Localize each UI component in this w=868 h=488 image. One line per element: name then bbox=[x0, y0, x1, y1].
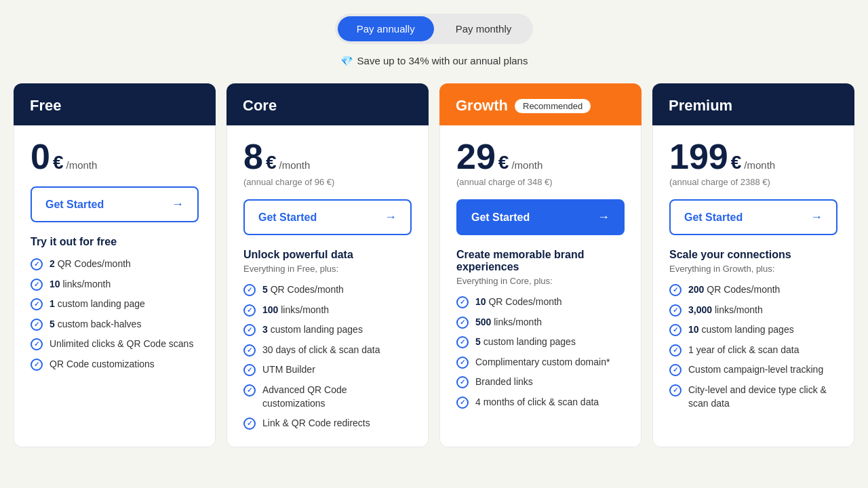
get-started-btn-premium[interactable]: Get Started→ bbox=[669, 199, 837, 235]
list-item: 10 custom landing pages bbox=[669, 323, 837, 337]
feature-text: 4 months of click & scan data bbox=[475, 396, 599, 409]
recommended-badge: Recommended bbox=[515, 99, 591, 113]
get-started-label-core: Get Started bbox=[258, 211, 317, 224]
feature-text: 10 QR Codes/month bbox=[475, 296, 562, 309]
price-period-free: /month bbox=[66, 159, 98, 171]
list-item: Custom campaign-level tracking bbox=[669, 363, 837, 377]
list-item: 200 QR Codes/month bbox=[669, 283, 837, 297]
feature-text: 200 QR Codes/month bbox=[688, 283, 780, 297]
check-icon bbox=[31, 279, 43, 291]
feature-text: Custom campaign-level tracking bbox=[688, 363, 823, 377]
feature-text: Complimentary custom domain* bbox=[475, 356, 610, 369]
plan-header-premium: Premium bbox=[652, 83, 854, 125]
price-period-premium: /month bbox=[744, 159, 775, 171]
check-icon bbox=[31, 298, 43, 310]
plan-name-free: Free bbox=[30, 97, 61, 115]
list-item: 3 custom landing pages bbox=[243, 323, 412, 337]
feature-text: 5 QR Codes/month bbox=[262, 283, 344, 297]
check-icon bbox=[669, 304, 682, 317]
plan-header-free: Free bbox=[14, 83, 216, 125]
price-row-free: 0€/month bbox=[31, 139, 199, 174]
list-item: 5 custom back-halves bbox=[31, 318, 199, 331]
check-icon bbox=[669, 324, 682, 336]
list-item: 3,000 links/month bbox=[669, 304, 837, 317]
feature-text: 2 QR Codes/month bbox=[50, 258, 131, 271]
list-item: UTM Builder bbox=[243, 363, 412, 377]
list-item: 2 QR Codes/month bbox=[31, 258, 199, 271]
plan-tagline-premium: Scale your connections bbox=[669, 249, 837, 261]
feature-text: 10 links/month bbox=[50, 278, 111, 291]
feature-list-premium: 200 QR Codes/month3,000 links/month10 cu… bbox=[669, 283, 837, 410]
get-started-label-growth: Get Started bbox=[471, 211, 530, 224]
feature-text: 100 links/month bbox=[262, 304, 329, 317]
feature-text: 3 custom landing pages bbox=[262, 323, 363, 337]
plan-name-premium: Premium bbox=[669, 97, 732, 115]
get-started-label-premium: Get Started bbox=[684, 211, 743, 224]
feature-text: City-level and device type click & scan … bbox=[688, 384, 837, 410]
list-item: Link & QR Code redirects bbox=[243, 417, 412, 430]
plan-card-core: Core8€/month(annual charge of 96 €)Get S… bbox=[226, 83, 429, 447]
plan-title-row-free: Free bbox=[30, 97, 199, 115]
plan-header-growth: GrowthRecommended bbox=[439, 83, 642, 125]
feature-text: 1 year of click & scan data bbox=[688, 344, 799, 357]
savings-banner: 💎Save up to 34% with our annual plans bbox=[14, 55, 854, 67]
feature-text: Branded links bbox=[475, 375, 533, 389]
check-icon bbox=[456, 317, 469, 329]
check-icon bbox=[456, 357, 469, 369]
plan-body-growth: 29€/month(annual charge of 348 €)Get Sta… bbox=[439, 125, 642, 447]
plans-grid: Free0€/monthGet Started→Try it out for f… bbox=[14, 83, 854, 447]
price-currency-free: € bbox=[53, 152, 64, 174]
plan-tagline-core: Unlock powerful data bbox=[243, 249, 412, 261]
plan-name-core: Core bbox=[243, 97, 277, 115]
feature-list-core: 5 QR Codes/month100 links/month3 custom … bbox=[243, 283, 412, 430]
check-icon bbox=[456, 296, 469, 308]
diamond-icon: 💎 bbox=[340, 55, 353, 66]
price-period-growth: /month bbox=[511, 159, 542, 171]
get-started-label-free: Get Started bbox=[45, 199, 104, 211]
check-icon bbox=[669, 284, 682, 296]
plan-name-growth: Growth bbox=[456, 97, 508, 115]
check-icon bbox=[243, 364, 256, 376]
pay-annually-btn[interactable]: Pay annually bbox=[338, 16, 434, 41]
feature-text: 10 custom landing pages bbox=[688, 323, 794, 337]
price-currency-core: € bbox=[266, 152, 277, 174]
feature-text: Unlimited clicks & QR Code scans bbox=[50, 338, 193, 351]
check-icon bbox=[243, 304, 256, 317]
plan-body-free: 0€/monthGet Started→Try it out for free2… bbox=[14, 125, 216, 447]
plan-body-premium: 199€/month(annual charge of 2388 €)Get S… bbox=[652, 125, 854, 447]
check-icon bbox=[669, 384, 682, 396]
check-icon bbox=[456, 336, 469, 348]
price-amount-growth: 29 bbox=[456, 139, 496, 174]
check-icon bbox=[243, 344, 256, 357]
check-icon bbox=[669, 364, 682, 376]
arrow-icon-premium: → bbox=[810, 210, 823, 224]
feature-text: 5 custom back-halves bbox=[50, 318, 141, 331]
check-icon bbox=[243, 324, 256, 336]
list-item: 30 days of click & scan data bbox=[243, 344, 412, 357]
get-started-btn-growth[interactable]: Get Started→ bbox=[456, 199, 625, 235]
feature-text: QR Code customizations bbox=[50, 358, 155, 371]
get-started-btn-core[interactable]: Get Started→ bbox=[243, 199, 412, 235]
feature-text: 3,000 links/month bbox=[688, 304, 763, 317]
arrow-icon-free: → bbox=[172, 197, 184, 211]
pay-monthly-btn[interactable]: Pay monthly bbox=[437, 16, 531, 41]
list-item: Branded links bbox=[456, 375, 625, 389]
price-currency-premium: € bbox=[731, 152, 742, 174]
feature-text: Link & QR Code redirects bbox=[262, 417, 370, 430]
annual-charge-premium: (annual charge of 2388 €) bbox=[669, 177, 837, 187]
plan-card-growth: GrowthRecommended29€/month(annual charge… bbox=[439, 83, 642, 447]
price-amount-core: 8 bbox=[243, 139, 263, 174]
price-period-core: /month bbox=[279, 159, 311, 171]
feature-text: UTM Builder bbox=[262, 363, 315, 377]
check-icon bbox=[31, 338, 43, 350]
get-started-btn-free[interactable]: Get Started→ bbox=[31, 186, 199, 222]
price-amount-premium: 199 bbox=[669, 139, 728, 174]
list-item: Advanced QR Code customizations bbox=[243, 384, 412, 410]
list-item: 5 QR Codes/month bbox=[243, 283, 412, 297]
plan-card-free: Free0€/monthGet Started→Try it out for f… bbox=[14, 83, 216, 447]
check-icon bbox=[31, 258, 43, 270]
price-row-growth: 29€/month bbox=[456, 139, 625, 174]
feature-list-free: 2 QR Codes/month10 links/month1 custom l… bbox=[31, 258, 199, 371]
list-item: QR Code customizations bbox=[31, 358, 199, 371]
plan-header-core: Core bbox=[226, 83, 429, 125]
